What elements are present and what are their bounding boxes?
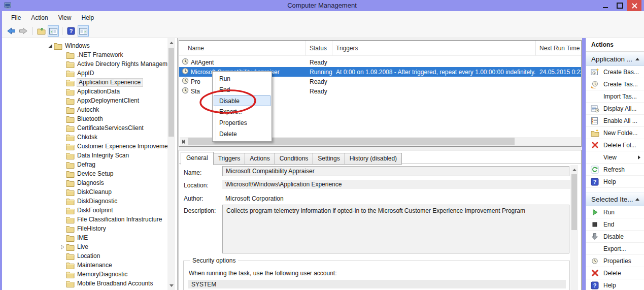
tree-item-autochk[interactable]: Autochk — [2, 105, 177, 114]
action-item-enable-all[interactable]: Enable All ... — [586, 115, 644, 127]
tree-item-application-experience[interactable]: Application Experience — [2, 78, 177, 87]
tree-item-appid[interactable]: AppID — [2, 69, 177, 78]
task-status: Ready — [310, 59, 327, 66]
tree-item-file-classification-infrastructure[interactable]: File Classification Infrastructure — [2, 215, 177, 224]
action-item-help[interactable]: ?Help — [586, 176, 644, 188]
minimize-button[interactable] — [599, 0, 612, 11]
tree-item-diskcleanup[interactable]: DiskCleanup — [2, 187, 177, 197]
tree-item-windows[interactable]: Windows — [2, 41, 177, 50]
action-item-refresh[interactable]: Refresh — [586, 164, 644, 176]
menubar-item-file[interactable]: File — [6, 12, 26, 23]
forward-arrow-button[interactable] — [18, 25, 29, 37]
task-name-field[interactable]: Microsoft Compatibility Appraiser — [222, 166, 569, 176]
titlebar[interactable]: Computer Management — [0, 0, 644, 11]
tree-item-live[interactable]: Live — [2, 242, 177, 251]
action-item-create-tas[interactable]: Create Tas... — [586, 78, 644, 90]
folder-icon — [66, 243, 75, 251]
column-header-triggers[interactable]: Triggers — [332, 41, 536, 55]
console-tree-button[interactable] — [48, 25, 59, 37]
scrollbar-thumb[interactable] — [168, 48, 174, 137]
menubar-item-action[interactable]: Action — [26, 12, 53, 23]
context-menu-item-label: Delete — [219, 131, 237, 138]
action-item-export[interactable]: Export... — [586, 243, 644, 255]
action-item-properties[interactable]: Properties — [586, 255, 644, 267]
security-caption: When running the task, use the following… — [189, 270, 337, 277]
task-description-field[interactable]: Collects program telemetry information i… — [222, 205, 569, 253]
menubar-item-view[interactable]: View — [53, 12, 77, 23]
action-item-import-tas[interactable]: Import Tas... — [586, 90, 644, 103]
context-menu-item-end[interactable]: End — [213, 84, 272, 95]
scroll-right-button[interactable] — [180, 137, 187, 146]
tree-item-label: Location — [77, 252, 102, 260]
tree-item-active-directory-rights-manageme[interactable]: Active Directory Rights Manageme — [2, 59, 177, 69]
maximize-button[interactable] — [613, 0, 626, 11]
tree-item-location[interactable]: Location — [2, 251, 177, 261]
actions-group-header-selected-ite[interactable]: Selected Ite... — [586, 192, 644, 206]
tree-item-certificateservicesclient[interactable]: CertificateServicesClient — [2, 123, 177, 133]
collapse-arrow-icon — [635, 58, 639, 60]
export-list-button[interactable] — [36, 25, 47, 37]
tree-item-diagnosis[interactable]: Diagnosis — [2, 178, 177, 187]
action-item-help[interactable]: ?Help — [586, 279, 644, 290]
tab-general[interactable]: General — [181, 152, 214, 165]
help-button[interactable]: ? — [65, 25, 77, 37]
tree-item-memorydiagnostic[interactable]: MemoryDiagnostic — [2, 270, 177, 279]
scroll-up-button[interactable] — [570, 166, 578, 174]
column-header-status[interactable]: Status — [306, 41, 332, 55]
tree-item-filehistory[interactable]: FileHistory — [2, 224, 177, 233]
clock-icon — [182, 58, 189, 67]
tab-conditions[interactable]: Conditions — [275, 153, 314, 165]
back-arrow-button[interactable] — [6, 25, 17, 37]
tab-settings[interactable]: Settings — [313, 153, 345, 165]
action-item-disable[interactable]: Disable — [586, 231, 644, 243]
action-item-end[interactable]: End — [586, 218, 644, 231]
scrollbar-thumb[interactable] — [571, 174, 577, 230]
details-vertical-scrollbar[interactable] — [570, 165, 578, 290]
action-pane-button[interactable] — [78, 25, 89, 37]
close-button[interactable] — [627, 0, 641, 11]
tree-item-data-integrity-scan[interactable]: Data Integrity Scan — [2, 151, 177, 160]
tree-item-customer-experience-improvemen[interactable]: Customer Experience Improvemen — [2, 142, 177, 151]
tree-item-device-setup[interactable]: Device Setup — [2, 169, 177, 178]
expanded-icon[interactable] — [47, 43, 53, 49]
tree-vertical-scrollbar[interactable] — [167, 38, 175, 290]
tree-item-defrag[interactable]: Defrag — [2, 160, 177, 169]
tree-item-mobile-broadband-accounts[interactable]: Mobile Broadband Accounts — [2, 279, 177, 288]
context-menu-item-properties[interactable]: Properties — [213, 117, 272, 128]
task-row-aitagent[interactable]: AitAgentReady — [179, 57, 581, 67]
context-menu-item-run[interactable]: Run — [213, 73, 272, 84]
tree-item-maintenance[interactable]: Maintenance — [2, 261, 177, 270]
column-header-name[interactable]: Name — [179, 41, 306, 55]
action-item-create-bas[interactable]: Create Bas... — [586, 66, 644, 78]
tree-item-appxdeploymentclient[interactable]: AppxDeploymentClient — [2, 96, 177, 105]
context-menu-item-disable[interactable]: Disable — [214, 95, 270, 106]
tree-item-chkdsk[interactable]: Chkdsk — [2, 133, 177, 142]
tab-history-disabled[interactable]: History (disabled) — [345, 153, 402, 165]
scroll-up-button[interactable] — [167, 39, 175, 47]
pane-splitter[interactable] — [582, 38, 586, 290]
tree-item-applicationdata[interactable]: ApplicationData — [2, 87, 177, 96]
action-item-run[interactable]: Run — [586, 206, 644, 218]
actions-group-header-application[interactable]: Application ... — [586, 52, 644, 66]
context-menu-item-delete[interactable]: Delete — [213, 128, 272, 140]
action-item-delete-fol[interactable]: Delete Fol... — [586, 139, 644, 151]
action-item-new-folde[interactable]: New Folde... — [586, 127, 644, 139]
tab-triggers[interactable]: Triggers — [213, 153, 246, 165]
scroll-down-button[interactable] — [167, 281, 175, 289]
tab-actions[interactable]: Actions — [245, 153, 275, 165]
task-status: Ready — [310, 88, 327, 95]
tree-item-bluetooth[interactable]: Bluetooth — [2, 114, 177, 123]
action-item-display-all[interactable]: Display All... — [586, 103, 644, 115]
collapsed-icon[interactable] — [59, 244, 65, 250]
tree-item-label: Autochk — [77, 106, 101, 114]
column-header-next-run-time[interactable]: Next Run Time — [536, 41, 582, 55]
tree-item-item[interactable] — [2, 288, 177, 290]
tree-item-diskfootprint[interactable]: DiskFootprint — [2, 206, 177, 215]
tree-item-diskdiagnostic[interactable]: DiskDiagnostic — [2, 197, 177, 206]
context-menu-item-export[interactable]: Export... — [213, 106, 272, 117]
action-item-view[interactable]: View — [586, 151, 644, 164]
tree-item-ime[interactable]: IME — [2, 233, 177, 242]
menubar-item-help[interactable]: Help — [77, 12, 99, 23]
tree-item-net-framework[interactable]: .NET Framework — [2, 50, 177, 59]
action-item-delete[interactable]: Delete — [586, 267, 644, 279]
